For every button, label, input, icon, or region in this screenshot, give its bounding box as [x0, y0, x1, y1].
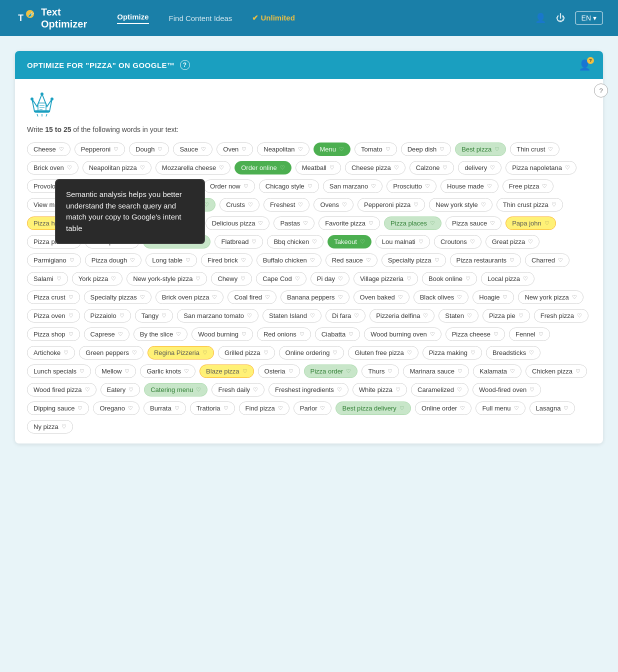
tag-heart-icon[interactable]: ♡	[360, 238, 365, 245]
language-button[interactable]: EN ▾	[575, 12, 603, 24]
tag-item[interactable]: Pizzeria delfina♡	[370, 309, 434, 322]
tag-item[interactable]: Staten♡	[438, 309, 478, 322]
tag-heart-icon[interactable]: ♡	[278, 405, 283, 412]
tag-heart-icon[interactable]: ♡	[538, 331, 544, 338]
tag-heart-icon[interactable]: ♡	[312, 238, 317, 245]
tag-item[interactable]: Breadsticks♡	[486, 346, 540, 360]
tag-item[interactable]: Thin crust♡	[510, 142, 560, 156]
tag-item[interactable]: Free pizza♡	[502, 180, 554, 193]
tag-heart-icon[interactable]: ♡	[241, 257, 246, 264]
tag-item[interactable]: Pizza crust♡	[27, 290, 80, 304]
tag-heart-icon[interactable]: ♡	[423, 312, 428, 319]
tag-heart-icon[interactable]: ♡	[70, 257, 74, 264]
tag-item[interactable]: Hoagie♡	[472, 290, 514, 304]
tag-item[interactable]: Sauce♡	[173, 142, 212, 156]
tag-item[interactable]: Lunch specials♡	[27, 364, 91, 378]
tag-heart-icon[interactable]: ♡	[300, 331, 304, 338]
tag-heart-icon[interactable]: ♡	[196, 276, 200, 282]
tag-item[interactable]: Mozzarella cheese♡	[156, 161, 230, 174]
tag-item[interactable]: Thurs♡	[362, 364, 399, 378]
tag-heart-icon[interactable]: ♡	[288, 368, 294, 374]
panel-user-area[interactable]: 👤 ?	[578, 59, 591, 71]
tag-heart-icon[interactable]: ♡	[470, 238, 475, 245]
tag-item[interactable]: Specialty pizza♡	[382, 254, 446, 267]
tag-item[interactable]: Garlic knots♡	[140, 364, 196, 378]
tag-item[interactable]: Full menu♡	[476, 402, 525, 415]
tag-heart-icon[interactable]: ♡	[67, 164, 72, 171]
tag-heart-icon[interactable]: ♡	[114, 146, 118, 152]
tag-heart-icon[interactable]: ♡	[56, 276, 62, 282]
tag-heart-icon[interactable]: ♡	[354, 312, 359, 319]
tag-item[interactable]: Freshest♡	[264, 198, 310, 212]
tag-item[interactable]: Long table♡	[146, 254, 197, 267]
tag-heart-icon[interactable]: ♡	[510, 257, 514, 264]
tag-item[interactable]: Book online♡	[422, 272, 477, 286]
tag-heart-icon[interactable]: ♡	[528, 238, 533, 245]
tag-heart-icon[interactable]: ♡	[332, 350, 338, 356]
tag-item[interactable]: Oven♡	[216, 142, 253, 156]
tag-item[interactable]: Dipping sauce♡	[27, 402, 89, 415]
tag-heart-icon[interactable]: ♡	[425, 183, 430, 190]
tag-item[interactable]: Takeout♡	[328, 235, 372, 248]
tag-item[interactable]: Neapolitan pizza♡	[82, 161, 152, 174]
tag-heart-icon[interactable]: ♡	[224, 405, 228, 412]
tag-heart-icon[interactable]: ♡	[418, 238, 424, 245]
tag-item[interactable]: Local pizza♡	[481, 272, 534, 286]
tag-heart-icon[interactable]: ♡	[264, 350, 268, 356]
tag-item[interactable]: Pizza pie♡	[482, 309, 530, 322]
tag-item[interactable]: Cape Cod♡	[256, 272, 306, 286]
tag-item[interactable]: White pizza♡	[352, 383, 407, 396]
tag-heart-icon[interactable]: ♡	[132, 350, 137, 356]
tag-heart-icon[interactable]: ♡	[542, 183, 547, 190]
tag-heart-icon[interactable]: ♡	[320, 405, 325, 412]
tag-item[interactable]: Pizza cheese♡	[446, 328, 505, 341]
tag-heart-icon[interactable]: ♡	[118, 331, 123, 338]
tag-heart-icon[interactable]: ♡	[442, 164, 448, 171]
tag-heart-icon[interactable]: ♡	[248, 202, 253, 208]
tag-item[interactable]: Coal fired♡	[228, 290, 276, 304]
tag-heart-icon[interactable]: ♡	[430, 220, 435, 226]
tag-heart-icon[interactable]: ♡	[406, 276, 412, 282]
tag-heart-icon[interactable]: ♡	[78, 405, 82, 412]
tag-heart-icon[interactable]: ♡	[576, 368, 580, 374]
tag-item[interactable]: Tangy♡	[135, 309, 174, 322]
logo[interactable]: T Text Optimizer	[15, 6, 87, 30]
tag-heart-icon[interactable]: ♡	[265, 294, 270, 300]
tag-heart-icon[interactable]: ♡	[518, 312, 524, 319]
tag-heart-icon[interactable]: ♡	[240, 276, 246, 282]
tag-heart-icon[interactable]: ♡	[310, 312, 315, 319]
tag-item[interactable]: Red sauce♡	[326, 254, 378, 267]
tag-item[interactable]: Red onions♡	[257, 328, 311, 341]
tag-heart-icon[interactable]: ♡	[548, 146, 553, 152]
tag-item[interactable]: Pizza order♡	[304, 364, 358, 378]
tag-heart-icon[interactable]: ♡	[467, 312, 472, 319]
tag-item[interactable]: Fennel♡	[509, 328, 550, 341]
tag-heart-icon[interactable]: ♡	[396, 386, 400, 393]
tag-heart-icon[interactable]: ♡	[371, 183, 376, 190]
tag-item[interactable]: Papa john♡	[506, 216, 556, 230]
tag-heart-icon[interactable]: ♡	[176, 331, 181, 338]
tag-heart-icon[interactable]: ♡	[460, 405, 465, 412]
tag-item[interactable]: Online order♡	[415, 402, 472, 415]
tag-item[interactable]: Oven baked♡	[354, 290, 410, 304]
tag-heart-icon[interactable]: ♡	[184, 368, 189, 374]
tag-item[interactable]: Gluten free pizza♡	[348, 346, 418, 360]
tag-heart-icon[interactable]: ♡	[552, 202, 556, 208]
tag-item[interactable]: Ciabatta♡	[315, 328, 360, 341]
tag-item[interactable]: Neapolitan♡	[257, 142, 309, 156]
tag-heart-icon[interactable]: ♡	[68, 294, 74, 300]
tag-item[interactable]: San marzano tomato♡	[177, 309, 258, 322]
tag-heart-icon[interactable]: ♡	[337, 386, 342, 393]
tag-heart-icon[interactable]: ♡	[440, 146, 444, 152]
tag-heart-icon[interactable]: ♡	[565, 164, 570, 171]
tag-heart-icon[interactable]: ♡	[400, 405, 404, 412]
tag-heart-icon[interactable]: ♡	[247, 312, 252, 319]
tag-item[interactable]: Cheese♡	[27, 142, 70, 156]
tag-item[interactable]: Thin crust pizza♡	[496, 198, 563, 212]
tag-item[interactable]: Trattoria♡	[190, 402, 235, 415]
tag-heart-icon[interactable]: ♡	[62, 424, 66, 430]
nav-optimize[interactable]: Optimize	[117, 12, 148, 24]
tag-heart-icon[interactable]: ♡	[558, 257, 563, 264]
tag-item[interactable]: Wood burning oven♡	[364, 328, 442, 341]
tag-item[interactable]: Regina Pizzeria♡	[148, 346, 214, 360]
